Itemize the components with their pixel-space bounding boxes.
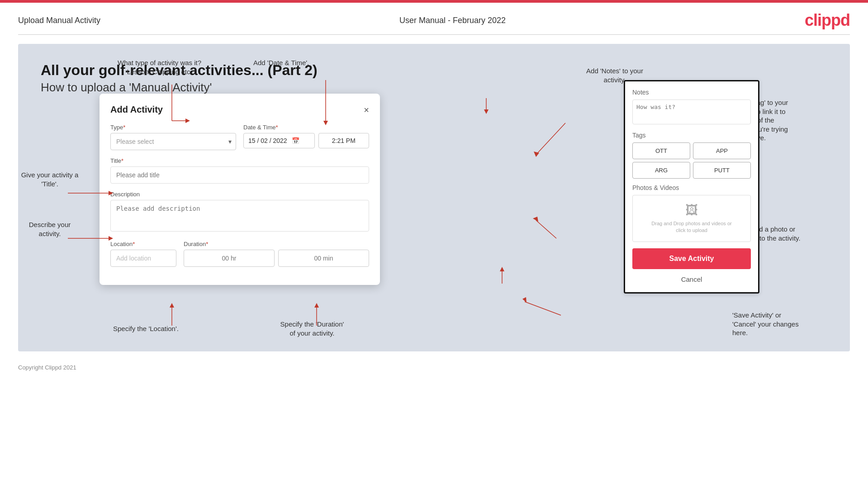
description-label: Description — [110, 191, 369, 198]
copyright-text: Copyright Clippd 2021 — [18, 364, 76, 371]
duration-min-input[interactable] — [278, 250, 369, 267]
svg-marker-16 — [534, 152, 539, 157]
type-group: Type* Please select ▾ — [110, 124, 236, 150]
tag-putt[interactable]: PUTT — [693, 162, 751, 179]
location-input[interactable] — [110, 250, 176, 267]
type-datetime-row: Type* Please select ▾ Date & Time* 15 / … — [110, 124, 369, 150]
description-group: Description — [110, 191, 369, 233]
svg-marker-18 — [533, 217, 538, 222]
tags-grid: OTT APP ARG PUTT — [632, 142, 751, 179]
svg-marker-22 — [522, 297, 526, 303]
photos-section-label: Photos & Videos — [632, 184, 751, 191]
footer: Copyright Clippd 2021 — [0, 360, 868, 374]
calendar-icon[interactable]: 📅 — [292, 137, 299, 144]
duration-label: Duration* — [184, 241, 369, 247]
location-label: Location* — [110, 241, 176, 247]
phone-panel: Notes Tags OTT APP ARG PUTT Photos & Vid… — [624, 80, 759, 294]
tag-app[interactable]: APP — [693, 142, 751, 159]
add-activity-modal: Add Activity × Type* Please select ▾ Dat… — [100, 94, 380, 285]
type-label: Type* — [110, 124, 236, 131]
svg-marker-10 — [170, 303, 174, 308]
clippd-logo: clippd — [805, 11, 850, 30]
location-group: Location* — [110, 241, 176, 267]
modal-header: Add Activity × — [110, 104, 369, 115]
title-group: Title* — [110, 157, 369, 184]
type-select-wrapper: Please select ▾ — [110, 133, 236, 150]
datetime-label: Date & Time* — [243, 124, 369, 131]
annotation-location: Specify the 'Location'. — [113, 324, 179, 333]
save-activity-button[interactable]: Save Activity — [632, 248, 751, 269]
duration-inputs — [184, 250, 369, 267]
annotation-save: 'Save Activity' or 'Cancel' your changes… — [732, 311, 832, 337]
header-divider — [18, 34, 850, 35]
annotation-describe: Describe your activity. — [18, 220, 81, 238]
header-center-label: User Manual - February 2022 — [399, 16, 506, 25]
annotation-what-type: What type of activity was it? Lesson, Ch… — [118, 58, 201, 76]
time-field[interactable]: 2:21 PM — [318, 133, 369, 148]
title-label: Title* — [110, 157, 369, 164]
phone-inner: Notes Tags OTT APP ARG PUTT Photos & Vid… — [625, 81, 758, 292]
notes-section-label: Notes — [632, 89, 751, 96]
duration-group: Duration* — [184, 241, 369, 267]
annotation-title: Give your activity a 'Title'. — [18, 171, 81, 188]
photo-upload-text: Drag and Drop photos and videos or click… — [640, 220, 743, 234]
svg-line-15 — [536, 123, 565, 155]
photo-upload-icon: 🖼 — [640, 203, 743, 218]
modal-title: Add Activity — [110, 104, 163, 115]
tag-arg[interactable]: ARG — [632, 162, 690, 179]
svg-line-17 — [536, 220, 556, 238]
tag-ott[interactable]: OTT — [632, 142, 690, 159]
date-field[interactable]: 15 / 02 / 2022 📅 — [243, 133, 315, 148]
modal-close-button[interactable]: × — [364, 105, 369, 114]
type-select[interactable]: Please select — [110, 133, 236, 150]
main-content: All your golf-relevant activities... (Pa… — [18, 44, 850, 351]
svg-line-21 — [525, 302, 561, 315]
header: Upload Manual Activity User Manual - Feb… — [0, 3, 868, 34]
svg-marker-14 — [484, 109, 489, 114]
svg-marker-20 — [500, 267, 504, 271]
description-textarea[interactable] — [110, 200, 369, 232]
tags-section-label: Tags — [632, 132, 751, 139]
title-input[interactable] — [110, 166, 369, 184]
svg-marker-12 — [314, 303, 319, 308]
header-left-label: Upload Manual Activity — [18, 16, 100, 25]
photo-upload-area[interactable]: 🖼 Drag and Drop photos and videos or cli… — [632, 195, 751, 242]
cancel-button[interactable]: Cancel — [632, 274, 751, 285]
annotation-date-time: Add 'Date & Time'. — [253, 58, 309, 67]
notes-textarea[interactable] — [632, 99, 751, 124]
date-value: 15 / 02 / 2022 — [248, 137, 287, 144]
datetime-group: Date & Time* 15 / 02 / 2022 📅 2:21 PM — [243, 124, 369, 150]
annotation-duration: Specify the 'Duration' of your activity. — [271, 320, 353, 337]
date-time-group: 15 / 02 / 2022 📅 2:21 PM — [243, 133, 369, 148]
duration-hr-input[interactable] — [184, 250, 275, 267]
location-duration-row: Location* Duration* — [110, 241, 369, 267]
